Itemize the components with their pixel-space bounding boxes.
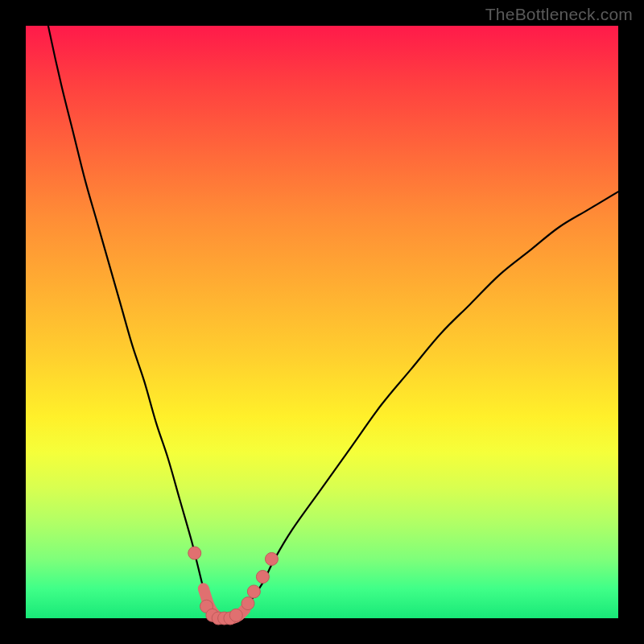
curve-marker	[256, 570, 269, 583]
plot-area	[26, 26, 618, 618]
curve-marker	[229, 609, 242, 621]
bottleneck-curve	[26, 0, 618, 618]
bottleneck-curve-svg	[26, 26, 618, 618]
curve-marker	[242, 597, 254, 610]
curve-marker	[265, 552, 278, 565]
curve-marker	[247, 585, 260, 598]
curve-marker	[188, 547, 201, 559]
chart-frame: TheBottleneck.com	[0, 0, 644, 644]
watermark-text: TheBottleneck.com	[485, 5, 633, 24]
